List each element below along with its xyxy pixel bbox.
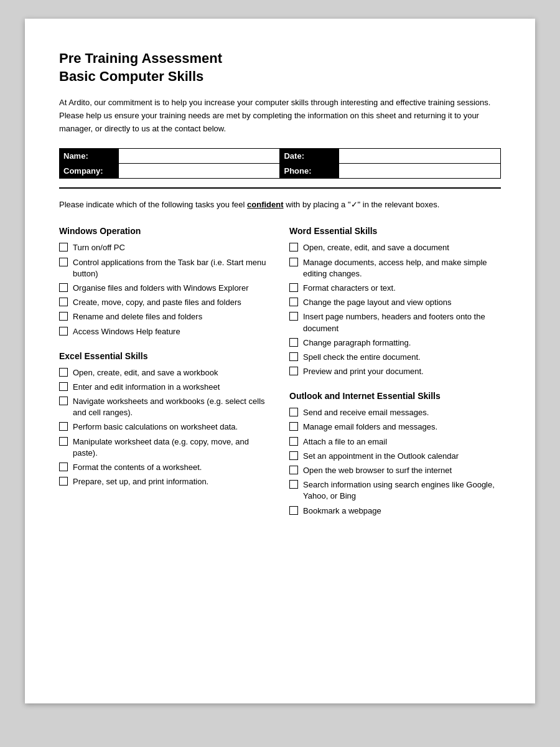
checkbox[interactable] (59, 243, 68, 251)
list-item: Access Windows Help feature (59, 326, 271, 337)
outlook-checklist: Send and receive email messages. Manage … (289, 407, 501, 517)
checkbox[interactable] (59, 327, 68, 336)
list-item: Change the page layout and view options (289, 297, 501, 308)
checkbox[interactable] (289, 480, 298, 489)
checkbox[interactable] (289, 408, 298, 416)
checkbox[interactable] (289, 451, 298, 460)
checkbox[interactable] (59, 368, 68, 377)
list-item: Manage email folders and messages. (289, 421, 501, 433)
checkbox[interactable] (59, 283, 68, 292)
list-item: Prepare, set up, and print information. (59, 476, 271, 487)
list-item: Bookmark a webpage (289, 505, 501, 517)
checkbox[interactable] (289, 258, 298, 266)
list-item: Open the web browser to surf the interne… (289, 465, 501, 476)
list-item: Open, create, edit, and save a workbook (59, 367, 271, 378)
list-item: Enter and edit information in a workshee… (59, 382, 271, 393)
divider (59, 187, 501, 189)
checkbox[interactable] (289, 352, 298, 361)
list-item: Format characters or text. (289, 283, 501, 294)
checkbox[interactable] (289, 422, 298, 431)
name-input[interactable] (118, 148, 280, 163)
checkbox[interactable] (59, 422, 68, 431)
windows-section-title: Windows Operation (59, 226, 271, 236)
excel-section-title: Excel Essential Skills (59, 351, 271, 361)
phone-label: Phone: (280, 163, 339, 178)
checkbox[interactable] (59, 463, 68, 471)
checkbox[interactable] (289, 298, 298, 306)
company-label: Company: (60, 163, 119, 178)
list-item: Organise files and folders with Windows … (59, 283, 271, 294)
company-input[interactable] (118, 163, 280, 178)
checkbox[interactable] (289, 466, 298, 474)
instruction-text: Please indicate which of the following t… (59, 199, 501, 212)
list-item: Open, create, edit, and save a document (289, 242, 501, 253)
page: Pre Training Assessment Basic Computer S… (25, 19, 535, 703)
checkbox[interactable] (289, 243, 298, 251)
right-column: Word Essential Skills Open, create, edit… (289, 226, 501, 530)
list-item: Control applications from the Task bar (… (59, 257, 271, 280)
checkbox[interactable] (59, 477, 68, 486)
checkbox[interactable] (59, 312, 68, 321)
checkbox[interactable] (59, 397, 68, 405)
list-item: Navigate worksheets and workbooks (e.g. … (59, 396, 271, 418)
checkbox[interactable] (289, 506, 298, 515)
name-label: Name: (60, 148, 119, 163)
checkbox[interactable] (289, 312, 298, 321)
list-item: Format the contents of a worksheet. (59, 462, 271, 473)
list-item: Search information using search engines … (289, 479, 501, 502)
list-item: Create, move, copy, and paste files and … (59, 297, 271, 308)
checkbox[interactable] (59, 298, 68, 306)
list-item: Set an appointment in the Outlook calend… (289, 451, 501, 462)
checkbox[interactable] (289, 283, 298, 292)
date-label: Date: (280, 148, 339, 163)
outlook-section-title: Outlook and Internet Essential Skills (289, 391, 501, 401)
page-title: Pre Training Assessment Basic Computer S… (59, 50, 501, 85)
date-input[interactable] (339, 148, 501, 163)
skills-columns: Windows Operation Turn on/off PC Control… (59, 226, 501, 530)
excel-checklist: Open, create, edit, and save a workbook … (59, 367, 271, 488)
checkbox[interactable] (59, 258, 68, 266)
left-column: Windows Operation Turn on/off PC Control… (59, 226, 271, 530)
list-item: Manage documents, access help, and make … (289, 257, 501, 280)
list-item: Rename and delete files and folders (59, 311, 271, 322)
checkbox[interactable] (59, 437, 68, 446)
intro-text: At Ardito, our commitment is to help you… (59, 96, 501, 135)
list-item: Insert page numbers, headers and footers… (289, 311, 501, 334)
form-table: Name: Date: Company: Phone: (59, 148, 501, 179)
list-item: Attach a file to an email (289, 436, 501, 448)
checkbox[interactable] (289, 338, 298, 347)
checkbox[interactable] (289, 437, 298, 446)
list-item: Send and receive email messages. (289, 407, 501, 418)
checkbox[interactable] (59, 382, 68, 391)
windows-checklist: Turn on/off PC Control applications from… (59, 242, 271, 337)
checkbox[interactable] (289, 367, 298, 375)
list-item: Spell check the entire document. (289, 352, 501, 363)
list-item: Manipulate worksheet data (e.g. copy, mo… (59, 436, 271, 459)
list-item: Preview and print your document. (289, 366, 501, 377)
phone-input[interactable] (339, 163, 501, 178)
list-item: Turn on/off PC (59, 242, 271, 253)
word-section-title: Word Essential Skills (289, 226, 501, 236)
list-item: Perform basic calculations on worksheet … (59, 421, 271, 433)
list-item: Change paragraph formatting. (289, 337, 501, 349)
word-checklist: Open, create, edit, and save a document … (289, 242, 501, 377)
